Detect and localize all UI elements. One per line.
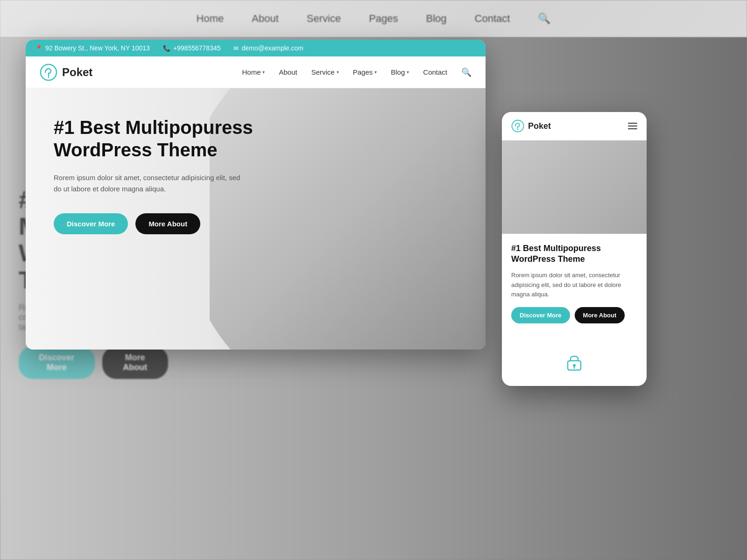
background-nav: Home About Service Pages Blog Contact 🔍 <box>0 0 747 37</box>
bg-nav-blog: Blog <box>426 13 447 25</box>
nav-blog-label: Blog <box>391 68 405 76</box>
mobile-hero-title: #1 Best Multipopuress WordPress Theme <box>511 243 637 265</box>
desktop-nav-links: Home ▾ About Service ▾ Pages ▾ Blog ▾ Co… <box>242 67 472 77</box>
mobile-hero-buttons: Discover More More About <box>511 307 637 323</box>
mobile-hero-bg <box>502 140 647 234</box>
hero-content: #1 Best Multipopuress WordPress Theme Ro… <box>54 116 287 234</box>
mobile-content: #1 Best Multipopuress WordPress Theme Ro… <box>502 234 647 333</box>
desktop-topbar: 📍 92 Bowery St., New York, NY 10013 📞 +9… <box>26 40 486 56</box>
nav-blog[interactable]: Blog ▾ <box>391 68 409 76</box>
svg-point-1 <box>48 77 49 78</box>
nav-about-label: About <box>279 68 297 76</box>
bg-nav-about: About <box>252 13 279 25</box>
more-about-button[interactable]: More About <box>135 213 200 234</box>
hero-title: #1 Best Multipopuress WordPress Theme <box>54 116 287 161</box>
desktop-logo[interactable]: Poket <box>40 63 92 81</box>
mobile-nav: Poket <box>502 112 647 140</box>
topbar-address: 📍 92 Bowery St., New York, NY 10013 <box>35 44 150 52</box>
bg-nav-service: Service <box>307 13 341 25</box>
phone-icon: 📞 <box>163 45 170 52</box>
hamburger-line-2 <box>628 126 637 126</box>
mobile-hero-image <box>502 140 647 234</box>
mobile-mockup: Poket #1 Best Multipopuress WordPress Th… <box>502 112 647 386</box>
mobile-logo[interactable]: Poket <box>511 119 551 133</box>
svg-point-3 <box>517 129 518 130</box>
bg-nav-home: Home <box>197 13 224 25</box>
nav-blog-chevron: ▾ <box>407 70 409 75</box>
location-icon: 📍 <box>35 45 42 52</box>
bg-hero-buttons: Discover More More About <box>19 346 168 379</box>
desktop-nav: Poket Home ▾ About Service ▾ Pages ▾ Blo… <box>26 56 486 88</box>
nav-service-label: Service <box>311 68 335 76</box>
nav-pages[interactable]: Pages ▾ <box>353 68 377 76</box>
bg-discover-button: Discover More <box>19 346 95 379</box>
nav-home-chevron: ▾ <box>262 70 265 75</box>
hero-buttons: Discover More More About <box>54 213 287 234</box>
bg-more-button: More About <box>102 346 168 379</box>
desktop-hero: #1 Best Multipopuress WordPress Theme Ro… <box>26 88 486 350</box>
topbar-email-text: demo@example.com <box>241 44 303 52</box>
nav-contact-label: Contact <box>423 68 447 76</box>
nav-pages-label: Pages <box>353 68 373 76</box>
topbar-address-text: 92 Bowery St., New York, NY 10013 <box>45 44 150 52</box>
mobile-discover-button[interactable]: Discover More <box>511 307 570 323</box>
bg-search-icon: 🔍 <box>538 13 550 25</box>
nav-home-label: Home <box>242 68 261 76</box>
mobile-footer-lock <box>502 347 647 377</box>
nav-home[interactable]: Home ▾ <box>242 68 265 76</box>
search-icon[interactable]: 🔍 <box>461 67 472 77</box>
bg-nav-contact: Contact <box>475 13 510 25</box>
nav-service-chevron: ▾ <box>337 70 339 75</box>
mobile-more-button[interactable]: More About <box>575 307 625 323</box>
mobile-logo-text: Poket <box>528 121 551 131</box>
hero-description: Rorem ipsum dolor sit amet, consectetur … <box>54 172 250 195</box>
topbar-phone-text: +998556778345 <box>173 44 221 52</box>
hamburger-menu[interactable] <box>628 123 637 129</box>
discover-more-button[interactable]: Discover More <box>54 213 128 234</box>
hamburger-line-3 <box>628 128 637 129</box>
nav-pages-chevron: ▾ <box>374 70 377 75</box>
topbar-email: ✉ demo@example.com <box>233 44 303 52</box>
nav-contact[interactable]: Contact <box>423 68 447 76</box>
bg-nav-pages: Pages <box>369 13 398 25</box>
nav-service[interactable]: Service ▾ <box>311 68 339 76</box>
email-icon: ✉ <box>233 45 239 52</box>
desktop-logo-text: Poket <box>62 66 92 79</box>
mobile-logo-icon <box>511 119 524 133</box>
hamburger-line-1 <box>628 123 637 124</box>
lock-icon <box>564 351 585 372</box>
desktop-mockup: 📍 92 Bowery St., New York, NY 10013 📞 +9… <box>26 40 486 350</box>
nav-about[interactable]: About <box>279 68 297 76</box>
topbar-phone: 📞 +998556778345 <box>163 44 221 52</box>
logo-icon <box>40 63 57 81</box>
mobile-hero-description: Rorem ipsum dolor sit amet, consectetur … <box>511 271 637 300</box>
